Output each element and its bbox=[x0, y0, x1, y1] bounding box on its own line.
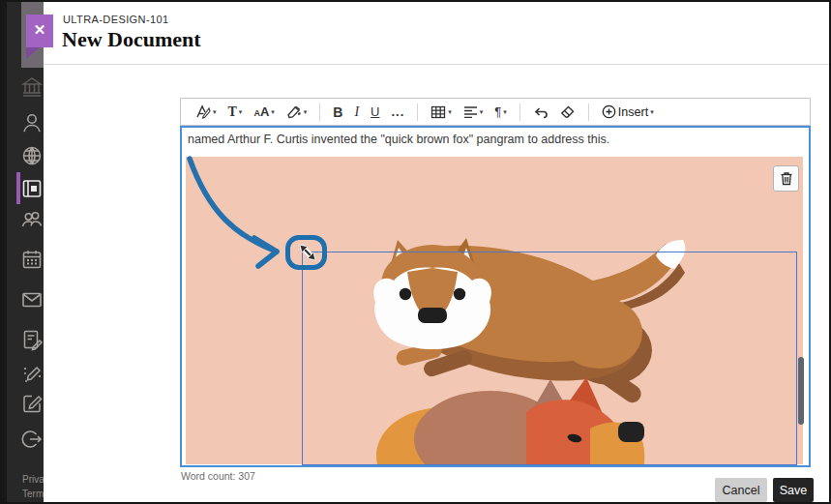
more-formatting-button[interactable]: ... bbox=[385, 102, 410, 123]
app-window: Privacy Terms ULTRA-DESIGN-101 New Docum… bbox=[0, 0, 831, 504]
trash-icon bbox=[780, 171, 793, 186]
base-navigation-sidebar: Privacy Terms bbox=[2, 2, 44, 502]
privacy-link[interactable]: Privacy bbox=[22, 474, 44, 485]
font-family-button[interactable]: T ▾ bbox=[223, 102, 249, 123]
sign-out-icon[interactable] bbox=[20, 428, 44, 451]
close-icon: ✕ bbox=[26, 21, 53, 39]
chevron-down-icon: ▾ bbox=[271, 108, 275, 115]
assist-icon[interactable] bbox=[20, 363, 44, 386]
editor-toolbar: ▾ T ▾ AA ▾ ▾ B I U ... ▾ bbox=[180, 98, 811, 126]
undo-button[interactable] bbox=[527, 102, 554, 123]
italic-button[interactable]: I bbox=[348, 102, 365, 123]
header-divider bbox=[44, 64, 829, 65]
cancel-button[interactable]: Cancel bbox=[715, 478, 767, 502]
image-resize-handle[interactable] bbox=[298, 243, 317, 262]
organizations-icon[interactable] bbox=[20, 208, 44, 231]
chevron-down-icon: ▾ bbox=[650, 108, 654, 115]
editor-paragraph: named Arthur F. Curtis invented the "qui… bbox=[188, 133, 609, 146]
institution-icon[interactable] bbox=[20, 75, 44, 99]
close-panel-button[interactable]: ✕ bbox=[26, 15, 53, 60]
messages-icon[interactable] bbox=[20, 288, 44, 311]
text-style-button[interactable]: ▾ bbox=[190, 102, 223, 123]
align-button[interactable]: ▾ bbox=[458, 102, 490, 123]
insert-button[interactable]: Insert ▾ bbox=[596, 102, 660, 123]
toolbar-separator bbox=[319, 104, 320, 121]
clear-formatting-eraser-button[interactable] bbox=[554, 102, 581, 123]
page-title: New Document bbox=[62, 27, 201, 52]
terms-link[interactable]: Terms bbox=[22, 489, 44, 499]
paragraph-button[interactable]: ¶ ▾ bbox=[489, 102, 513, 123]
toolbar-separator bbox=[417, 104, 418, 121]
calendar-icon[interactable] bbox=[20, 248, 44, 271]
breadcrumb-course-id: ULTRA-DESIGN-101 bbox=[63, 14, 169, 25]
tools-icon[interactable] bbox=[20, 392, 44, 415]
save-button[interactable]: Save bbox=[773, 478, 814, 502]
editor-scrollbar-thumb[interactable] bbox=[798, 357, 804, 425]
document-panel: ULTRA-DESIGN-101 New Document ▾ T ▾ AA ▾… bbox=[44, 2, 829, 502]
toolbar-separator bbox=[588, 104, 589, 121]
chevron-down-icon: ▾ bbox=[239, 108, 243, 115]
activity-icon[interactable] bbox=[20, 144, 44, 167]
chevron-down-icon: ▾ bbox=[304, 108, 308, 115]
chevron-down-icon: ▾ bbox=[213, 108, 217, 115]
bold-button[interactable]: B bbox=[327, 102, 348, 123]
chevron-down-icon: ▾ bbox=[503, 108, 507, 115]
fox-illustration bbox=[186, 157, 803, 464]
chevron-down-icon: ▾ bbox=[480, 108, 484, 115]
profile-icon[interactable] bbox=[20, 111, 44, 134]
courses-icon[interactable] bbox=[20, 177, 44, 200]
text-color-button[interactable]: ▾ bbox=[281, 102, 313, 123]
resize-cursor-icon bbox=[298, 243, 317, 262]
embedded-image[interactable] bbox=[186, 157, 803, 464]
table-button[interactable]: ▾ bbox=[425, 102, 458, 123]
word-count: Word count: 307 bbox=[181, 470, 255, 482]
active-course-indicator bbox=[16, 172, 20, 204]
chevron-down-icon: ▾ bbox=[448, 108, 452, 115]
toolbar-separator bbox=[519, 104, 520, 121]
gradebook-icon[interactable] bbox=[20, 328, 44, 351]
delete-image-button[interactable] bbox=[773, 165, 799, 192]
font-size-button[interactable]: AA ▾ bbox=[248, 102, 280, 123]
underline-button[interactable]: U bbox=[365, 102, 385, 123]
